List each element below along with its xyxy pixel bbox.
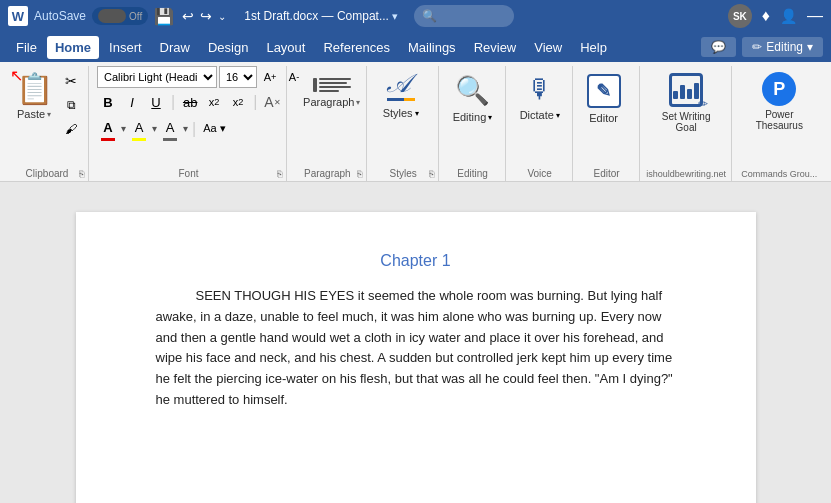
font-size-select[interactable]: 16	[219, 66, 257, 88]
microphone-icon: 🎙	[527, 74, 553, 105]
goal-bar-2	[680, 85, 685, 99]
title-bar: W AutoSave Off 💾 ↩ ↪ ⌄ 1st Draft.docx — …	[0, 0, 831, 32]
title-bar-left: W AutoSave Off 💾 ↩ ↪ ⌄ 1st Draft.docx — …	[8, 5, 722, 27]
share-icon[interactable]: 👤	[780, 8, 797, 24]
change-case-button[interactable]: Aa ▾	[200, 118, 229, 140]
editor-icon-box: ✎	[587, 74, 621, 108]
ribbon: ↖ 📋 Paste ▾ ✂ ⧉ 🖌	[0, 62, 831, 182]
styles-expand-icon[interactable]: ⎘	[429, 169, 434, 179]
menu-item-layout[interactable]: Layout	[258, 36, 313, 59]
text-shade-icon: A	[166, 120, 175, 135]
search-input[interactable]	[414, 5, 514, 27]
chapter-title: Chapter 1	[156, 252, 676, 270]
paragraph-button[interactable]: Paragraph ▾	[295, 66, 368, 112]
power-thesaurus-group-label: Commands Grou...	[734, 169, 825, 179]
cut-button[interactable]: ✂	[60, 70, 82, 92]
undo-button[interactable]: ↩	[180, 6, 196, 26]
editing-magnifier-icon: 🔍	[455, 74, 490, 107]
goal-bar-3	[687, 89, 692, 99]
superscript-button[interactable]: x2	[227, 91, 249, 113]
strikethrough-button[interactable]: ab	[179, 91, 201, 113]
text-shade-dropdown[interactable]: ▾	[183, 123, 188, 134]
font-color-button[interactable]: A	[97, 116, 119, 138]
italic-button[interactable]: I	[121, 91, 143, 113]
menu-item-design[interactable]: Design	[200, 36, 256, 59]
editor-button[interactable]: ✎ Editor	[581, 66, 627, 128]
highlight-bar	[132, 138, 146, 141]
highlight-button[interactable]: A	[128, 116, 150, 138]
copy-button[interactable]: ⧉	[60, 94, 82, 116]
subscript-button[interactable]: x2	[203, 91, 225, 113]
editing-label: Editing	[453, 111, 487, 123]
clear-format-button[interactable]: A✕	[261, 91, 283, 113]
styles-a-icon: 𝒜	[387, 70, 415, 101]
power-thesaurus-group: P Power Thesaurus Commands Grou...	[734, 66, 825, 181]
styles-button[interactable]: 𝒜 Styles ▾	[375, 66, 427, 123]
clipboard-right: ✂ ⧉ 🖌	[60, 66, 82, 140]
editing-group-label: Editing	[441, 168, 505, 179]
editing-dropdown-icon[interactable]: ▾	[488, 113, 492, 122]
toggle-switch[interactable]	[98, 9, 126, 23]
highlight-dropdown[interactable]: ▾	[152, 123, 157, 134]
menu-item-insert[interactable]: Insert	[101, 36, 150, 59]
crown-icon: ♦	[762, 7, 770, 25]
font-family-select[interactable]: Calibri Light (Headings)	[97, 66, 217, 88]
font-expand-icon[interactable]: ⎘	[277, 169, 282, 179]
writing-goal-group-label: ishouldbewriting.net	[642, 169, 731, 179]
bold-button[interactable]: B	[97, 91, 119, 113]
writing-goal-text: Set Writing Goal	[662, 111, 711, 133]
more-undo-button[interactable]: ⌄	[216, 9, 228, 24]
writing-goal-button[interactable]: ✏ Set Writing Goal	[648, 66, 725, 137]
pt-label-text: Power Thesaurus	[756, 109, 803, 131]
clipboard-expand-icon[interactable]: ⎘	[79, 169, 84, 179]
power-thesaurus-button[interactable]: P Power Thesaurus	[740, 66, 819, 135]
font-group-label: Font	[91, 168, 286, 179]
voice-group-label: Voice	[508, 168, 572, 179]
para-line	[319, 82, 347, 84]
ribbon-content: ↖ 📋 Paste ▾ ✂ ⧉ 🖌	[0, 62, 831, 181]
clipboard-group-label: Clipboard	[6, 168, 88, 179]
comment-button[interactable]: 💬	[701, 37, 736, 57]
goal-chart-bars	[673, 81, 699, 99]
chapter-body[interactable]: SEEN THOUGH HIS EYES it seemed the whole…	[156, 286, 676, 411]
menu-item-home[interactable]: Home	[47, 36, 99, 59]
power-thesaurus-label: Power Thesaurus	[746, 109, 813, 131]
clipboard-main: ↖ 📋 Paste ▾ ✂ ⧉ 🖌	[12, 66, 82, 163]
text-shade-button[interactable]: A	[159, 116, 181, 138]
menu-bar: File Home Insert Draw Design Layout Refe…	[0, 32, 831, 62]
font-color-group: A	[97, 116, 119, 141]
save-icon[interactable]: 💾	[154, 7, 174, 26]
increase-font-button[interactable]: A+	[259, 66, 281, 88]
menu-item-file[interactable]: File	[8, 36, 45, 59]
underline-button[interactable]: U	[145, 91, 167, 113]
font-color-dropdown[interactable]: ▾	[121, 123, 126, 134]
paragraph-group-label: Paragraph	[289, 168, 366, 179]
paste-dropdown-icon[interactable]: ▾	[47, 110, 51, 119]
autosave-toggle[interactable]: Off	[92, 7, 148, 25]
menu-item-references[interactable]: References	[315, 36, 397, 59]
paste-button[interactable]: ↖ 📋 Paste ▾	[12, 66, 56, 122]
redo-button[interactable]: ↪	[198, 6, 214, 26]
format-painter-button[interactable]: 🖌	[60, 118, 82, 140]
menu-item-mailings[interactable]: Mailings	[400, 36, 464, 59]
paragraph-dropdown-icon[interactable]: ▾	[356, 98, 360, 107]
paste-icon-area: ↖ 📋	[14, 68, 54, 108]
menu-item-review[interactable]: Review	[466, 36, 525, 59]
autosave-label: AutoSave	[34, 9, 86, 23]
styles-underline	[387, 98, 415, 101]
menu-item-help[interactable]: Help	[572, 36, 615, 59]
editor-e-icon: ✎	[596, 80, 611, 102]
editing-button[interactable]: 🔍 Editing ▾	[447, 66, 499, 127]
styles-dropdown-icon[interactable]: ▾	[415, 109, 419, 118]
minimize-button[interactable]: —	[807, 7, 823, 25]
font-row3: A ▾ A ▾ A ▾	[97, 116, 229, 141]
dictate-dropdown-icon[interactable]: ▾	[556, 111, 560, 120]
editing-mode-button[interactable]: ✏ Editing ▾	[742, 37, 823, 57]
menu-item-view[interactable]: View	[526, 36, 570, 59]
dictate-button[interactable]: 🎙 Dictate ▾	[514, 66, 566, 125]
cut-icon: ✂	[65, 73, 77, 89]
font-group: Calibri Light (Headings) 16 A+ A- B I U …	[91, 66, 287, 181]
power-thesaurus-logo: P	[762, 72, 796, 106]
paragraph-expand-icon[interactable]: ⎘	[357, 169, 362, 179]
menu-item-draw[interactable]: Draw	[152, 36, 198, 59]
